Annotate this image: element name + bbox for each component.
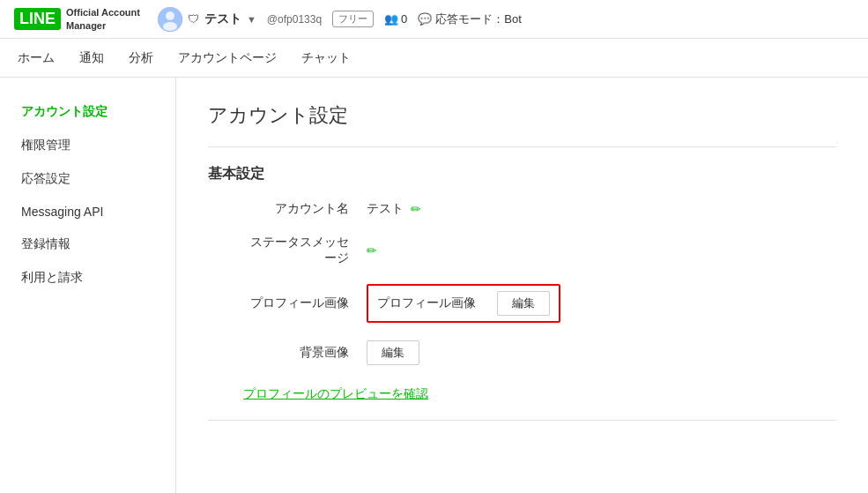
profile-image-edit-button[interactable]: 編集 bbox=[497, 291, 550, 316]
sidebar-item-messaging-api[interactable]: Messaging API bbox=[0, 196, 175, 228]
sidebar-item-permissions[interactable]: 権限管理 bbox=[0, 129, 175, 162]
people-icon: 👥 bbox=[384, 12, 398, 26]
nav-item-home[interactable]: ホーム bbox=[18, 47, 55, 70]
nav-item-notifications[interactable]: 通知 bbox=[79, 47, 104, 70]
header-logo-text: Official Account Manager bbox=[66, 6, 140, 32]
nav-item-chat[interactable]: チャット bbox=[301, 47, 351, 70]
account-name-label: アカウント名 bbox=[243, 201, 367, 217]
account-id: @ofp0133q bbox=[267, 13, 322, 26]
bottom-divider bbox=[208, 420, 836, 421]
profile-image-highlight-box: プロフィール画像 編集 bbox=[367, 284, 560, 323]
status-message-row: ステータスメッセージ ✏ bbox=[208, 235, 836, 266]
page-title: アカウント設定 bbox=[208, 102, 836, 129]
bg-image-row: 背景画像 編集 bbox=[208, 340, 836, 365]
account-name: テスト bbox=[204, 11, 241, 27]
profile-image-text: プロフィール画像 bbox=[377, 295, 497, 311]
account-name-row: アカウント名 テスト ✏ bbox=[208, 201, 836, 217]
followers-count: 0 bbox=[401, 12, 407, 26]
line-logo: LINE bbox=[14, 8, 61, 31]
bg-image-edit-button[interactable]: 編集 bbox=[367, 340, 419, 365]
page-layout: アカウント設定 権限管理 応答設定 Messaging API 登録情報 利用と… bbox=[0, 78, 868, 493]
svg-point-2 bbox=[163, 22, 177, 31]
status-message-edit-icon[interactable]: ✏ bbox=[367, 243, 377, 258]
header-logo: LINE Official Account Manager bbox=[14, 6, 140, 32]
sidebar: アカウント設定 権限管理 応答設定 Messaging API 登録情報 利用と… bbox=[0, 78, 176, 493]
verified-icon: 🛡 bbox=[188, 12, 199, 26]
account-name-value-group: テスト ✏ bbox=[367, 201, 421, 217]
header-account[interactable]: 🛡 テスト ▼ bbox=[158, 7, 256, 32]
plan-badge: フリー bbox=[332, 11, 374, 27]
sidebar-item-registration[interactable]: 登録情報 bbox=[0, 228, 175, 261]
followers-section: 👥 0 bbox=[384, 12, 407, 26]
header: LINE Official Account Manager 🛡 テスト ▼ @o… bbox=[0, 0, 868, 39]
bg-image-label: 背景画像 bbox=[243, 345, 367, 361]
profile-image-row: プロフィール画像 プロフィール画像 編集 bbox=[208, 284, 836, 323]
main-nav: ホーム 通知 分析 アカウントページ チャット bbox=[0, 39, 868, 78]
chat-icon: 💬 bbox=[418, 12, 432, 26]
profile-image-label: プロフィール画像 bbox=[243, 295, 367, 311]
section-title: 基本設定 bbox=[208, 165, 836, 183]
nav-item-account-page[interactable]: アカウントページ bbox=[178, 47, 277, 70]
status-message-label: ステータスメッセージ bbox=[243, 235, 367, 266]
section-divider bbox=[208, 146, 836, 147]
nav-item-analysis[interactable]: 分析 bbox=[129, 47, 153, 70]
svg-point-1 bbox=[166, 11, 174, 20]
avatar bbox=[158, 7, 182, 32]
account-name-value: テスト bbox=[367, 201, 404, 217]
response-mode-section: 💬 応答モード：Bot bbox=[418, 11, 522, 27]
sidebar-item-account-settings[interactable]: アカウント設定 bbox=[0, 95, 175, 129]
sidebar-item-billing[interactable]: 利用と請求 bbox=[0, 261, 175, 295]
bg-image-value-group: 編集 bbox=[367, 340, 419, 365]
account-name-edit-icon[interactable]: ✏ bbox=[411, 202, 421, 216]
profile-preview-link[interactable]: プロフィールのプレビューを確認 bbox=[208, 386, 836, 402]
main-content: アカウント設定 基本設定 アカウント名 テスト ✏ ステータスメッセージ ✏ プ… bbox=[176, 78, 868, 493]
sidebar-item-response-settings[interactable]: 応答設定 bbox=[0, 162, 175, 196]
dropdown-icon[interactable]: ▼ bbox=[247, 14, 256, 25]
response-mode-label: 応答モード：Bot bbox=[435, 11, 522, 27]
status-message-value-group: ✏ bbox=[367, 243, 377, 258]
